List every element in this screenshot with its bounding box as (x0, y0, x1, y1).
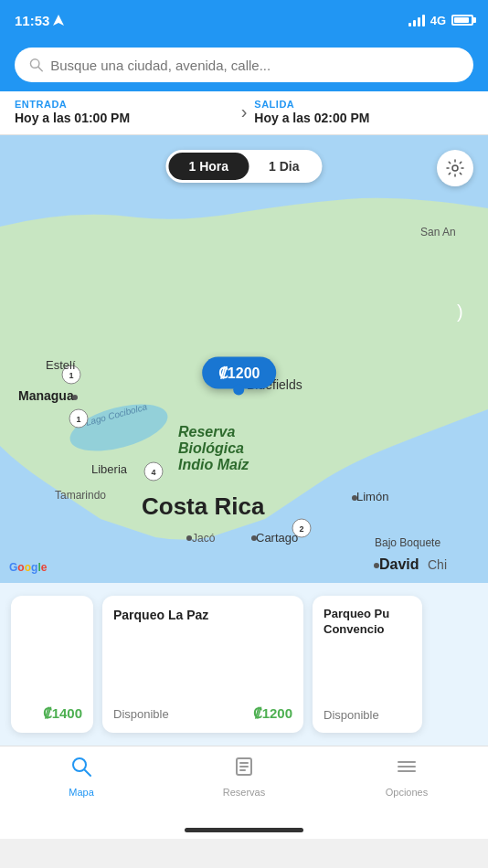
settings-icon (446, 159, 464, 177)
entry-block: ENTRADA Hoy a las 01:00 PM (15, 99, 234, 125)
svg-text:San An: San An (420, 226, 456, 238)
svg-point-30 (251, 535, 257, 541)
exit-value: Hoy a las 02:00 PM (254, 111, 473, 125)
svg-text:Estelí: Estelí (46, 358, 76, 372)
entry-value: Hoy a las 01:00 PM (15, 111, 234, 125)
nav-reservas[interactable]: Reservas (163, 756, 325, 798)
nav-reservas-label: Reservas (223, 787, 265, 798)
search-nav-icon (70, 756, 92, 783)
list-nav-icon (233, 756, 255, 783)
svg-text:2: 2 (299, 524, 303, 534)
search-icon (29, 58, 43, 72)
svg-text:1: 1 (76, 415, 80, 424)
svg-text:Liberia: Liberia (91, 462, 128, 476)
menu-nav-icon (396, 756, 418, 783)
svg-text:Managua: Managua (18, 388, 74, 403)
card-2-status: Disponible (113, 707, 169, 721)
nav-mapa-label: Mapa (69, 787, 94, 798)
cards-container: ₡1400 Parqueo La Paz Disponible ₡1200 Pa… (0, 583, 488, 746)
search-bar[interactable] (15, 48, 473, 82)
nav-mapa[interactable]: Mapa (0, 756, 163, 798)
google-attribution: Google (9, 561, 47, 574)
svg-text:Reserva: Reserva (178, 424, 235, 439)
price-bubble-value: ₡1200 (218, 365, 260, 380)
svg-text:Tamarindo: Tamarindo (55, 489, 106, 502)
svg-point-28 (186, 535, 192, 541)
card-3-bottom: Disponible (324, 708, 411, 722)
svg-text:Limón: Limón (356, 490, 388, 503)
svg-text:Jacó: Jacó (192, 532, 216, 545)
search-input[interactable] (50, 58, 459, 73)
svg-text:Costa Rica: Costa Rica (142, 492, 265, 520)
svg-text:1: 1 (69, 371, 73, 380)
parking-card-1[interactable]: ₡1400 (11, 596, 93, 733)
svg-text:Chi: Chi (428, 557, 447, 572)
svg-line-39 (85, 770, 90, 776)
bottom-nav: Mapa Reservas Opciones (0, 746, 488, 820)
svg-text:David: David (379, 556, 419, 572)
map-settings-button[interactable] (437, 150, 473, 186)
card-3-name: Parqueo Pu Convencio (324, 607, 411, 638)
card-2-bottom: Disponible ₡1200 (113, 705, 292, 722)
status-bar: 11:53 4G (0, 0, 488, 40)
entry-label: ENTRADA (15, 99, 234, 110)
parking-card-2[interactable]: Parqueo La Paz Disponible ₡1200 (102, 596, 303, 733)
svg-point-38 (73, 758, 86, 771)
card-1-price: ₡1400 (43, 705, 82, 722)
parking-card-3[interactable]: Parqueo Pu Convencio Disponible (313, 596, 422, 733)
search-container (0, 40, 488, 91)
exit-block: SALIDA Hoy a las 02:00 PM (254, 99, 473, 125)
exit-label: SALIDA (254, 99, 473, 110)
svg-text:Indio Maíz: Indio Maíz (178, 457, 249, 472)
toggle-1hora-button[interactable]: 1 Hora (168, 153, 249, 180)
toggle-1dia-button[interactable]: 1 Dia (249, 153, 319, 180)
nav-opciones-label: Opciones (386, 787, 428, 798)
svg-text:Biológica: Biológica (178, 440, 244, 456)
svg-line-2 (38, 67, 42, 70)
map-container[interactable]: Lago Cocibolca 1 1 4 2 Estelí Managua Bl… (0, 135, 488, 583)
battery-icon (451, 15, 473, 26)
svg-text:Cartago: Cartago (256, 531, 298, 545)
price-bubble[interactable]: ₡1200 (202, 356, 277, 388)
svg-marker-0 (53, 15, 64, 26)
signal-icon (408, 14, 425, 26)
svg-point-33 (374, 563, 379, 568)
location-arrow-icon (53, 15, 64, 26)
svg-point-26 (352, 495, 357, 501)
svg-point-16 (72, 395, 78, 400)
svg-text:4: 4 (151, 468, 155, 477)
network-label: 4G (430, 14, 446, 27)
time-separator: › (234, 101, 255, 122)
card-2-name: Parqueo La Paz (113, 607, 292, 623)
home-bar (185, 828, 303, 832)
times-bar: ENTRADA Hoy a las 01:00 PM › SALIDA Hoy … (0, 91, 488, 135)
status-time: 11:53 (15, 13, 64, 28)
home-indicator (0, 820, 488, 839)
nav-opciones[interactable]: Opciones (325, 756, 488, 798)
status-icons: 4G (408, 14, 473, 27)
card-2-price: ₡1200 (253, 705, 292, 722)
map-toggle[interactable]: 1 Hora 1 Dia (165, 150, 322, 183)
svg-point-37 (452, 165, 458, 171)
svg-text:Bajo Boquete: Bajo Boquete (375, 536, 440, 549)
card-3-status: Disponible (324, 708, 379, 722)
svg-text:): ) (457, 302, 463, 322)
